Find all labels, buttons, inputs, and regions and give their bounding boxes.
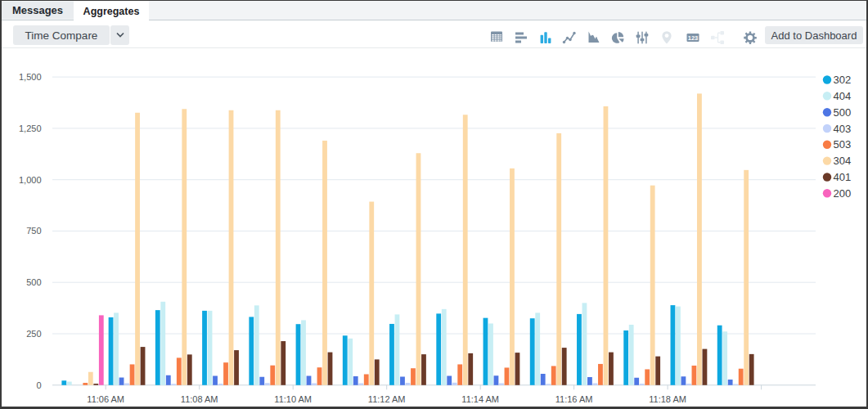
svg-text:302: 302 xyxy=(834,74,852,86)
svg-text:503: 503 xyxy=(834,138,852,151)
svg-text:11:06 AM: 11:06 AM xyxy=(87,394,124,404)
svg-text:1,000: 1,000 xyxy=(19,175,42,185)
svg-text:11:16 AM: 11:16 AM xyxy=(555,394,593,404)
svg-text:500: 500 xyxy=(26,277,41,287)
svg-text:11:18 AM: 11:18 AM xyxy=(649,394,686,404)
svg-text:11:14 AM: 11:14 AM xyxy=(461,394,499,404)
svg-text:401: 401 xyxy=(834,171,852,183)
svg-text:0: 0 xyxy=(36,380,41,390)
svg-text:250: 250 xyxy=(26,329,41,339)
svg-text:403: 403 xyxy=(834,123,852,135)
svg-text:750: 750 xyxy=(26,226,41,236)
svg-text:500: 500 xyxy=(834,106,852,119)
svg-text:304: 304 xyxy=(834,155,852,167)
svg-text:11:10 AM: 11:10 AM xyxy=(274,394,312,404)
svg-text:1,250: 1,250 xyxy=(19,124,42,133)
svg-text:11:12 AM: 11:12 AM xyxy=(368,394,406,404)
svg-text:200: 200 xyxy=(834,187,852,200)
svg-text:1,500: 1,500 xyxy=(19,72,42,82)
svg-text:11:08 AM: 11:08 AM xyxy=(181,394,218,404)
svg-text:404: 404 xyxy=(834,90,852,102)
